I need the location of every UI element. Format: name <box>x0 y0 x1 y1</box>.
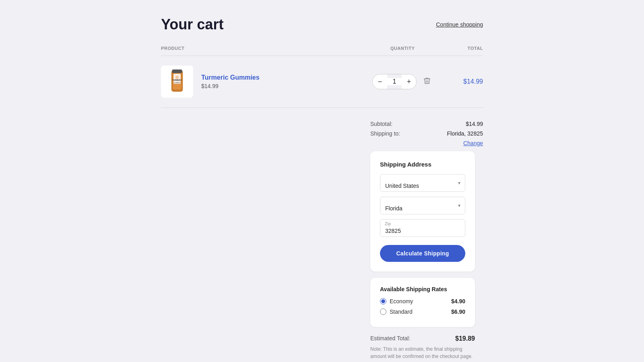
shipping-location: Florida, 32825 <box>447 130 483 137</box>
product-image-svg: TURMERIC GUMMIES <box>166 69 188 95</box>
table-header: PRODUCT QUANTITY TOTAL <box>161 46 483 56</box>
shipping-address-box: Shipping Address Country United States S… <box>370 151 475 272</box>
summary-section: Subtotal: $14.99 Shipping to: Florida, 3… <box>161 121 483 362</box>
shipping-address-title: Shipping Address <box>380 161 465 168</box>
shipping-rates-title: Available Shipping Rates <box>380 286 465 292</box>
country-select-wrapper: United States <box>380 174 465 192</box>
svg-text:TURMERIC: TURMERIC <box>172 79 182 81</box>
rate-economy-radio[interactable] <box>380 298 386 304</box>
shipping-label: Shipping to: <box>370 130 400 137</box>
page-title: Your cart <box>161 16 223 33</box>
estimate-note: Note: This is an estimate, the final shi… <box>370 346 475 360</box>
table-row: TURMERIC GUMMIES Turmeric Gummies $14.99… <box>161 56 483 108</box>
zip-input[interactable] <box>380 219 465 237</box>
shipping-row: Shipping to: Florida, 32825 <box>370 130 483 137</box>
page-wrapper: Your cart Continue shopping PRODUCT QUAN… <box>0 0 644 362</box>
col-header-quantity: QUANTITY <box>362 46 443 51</box>
svg-point-6 <box>175 76 179 79</box>
quantity-input[interactable] <box>387 78 402 85</box>
rate-row-economy: Economy $4.90 <box>380 298 465 304</box>
product-price: $14.99 <box>201 83 260 89</box>
svg-rect-3 <box>172 70 182 73</box>
zip-field: Zip <box>380 219 465 237</box>
cart-container: Your cart Continue shopping PRODUCT QUAN… <box>161 0 483 362</box>
rate-standard-price: $6.90 <box>451 309 465 315</box>
item-product: TURMERIC GUMMIES Turmeric Gummies $14.99 <box>161 66 362 98</box>
col-header-product: PRODUCT <box>161 46 362 51</box>
svg-text:GUMMIES: GUMMIES <box>174 82 181 84</box>
item-total-price: $14.99 <box>443 78 483 85</box>
subtotal-row: Subtotal: $14.99 <box>370 121 483 127</box>
estimated-value: $19.89 <box>455 335 475 342</box>
shipping-rates-box: Available Shipping Rates Economy $4.90 S… <box>370 278 475 327</box>
calculate-shipping-button[interactable]: Calculate Shipping <box>380 245 465 262</box>
state-field: State Florida <box>380 197 465 214</box>
quantity-decrease-button[interactable]: − <box>373 74 387 89</box>
delete-item-button[interactable] <box>421 75 433 88</box>
rate-economy-name: Economy <box>390 298 413 304</box>
estimated-row: Estimated Total: $19.89 <box>370 335 475 342</box>
estimated-label: Estimated Total: <box>370 335 410 342</box>
state-select-wrapper: Florida <box>380 197 465 214</box>
trash-icon <box>423 77 431 85</box>
rate-standard-radio[interactable] <box>380 309 386 315</box>
rate-standard-label: Standard <box>380 309 413 315</box>
state-select[interactable]: Florida <box>380 197 465 214</box>
country-select[interactable]: United States <box>380 174 465 192</box>
estimated-total-section: Estimated Total: $19.89 Note: This is an… <box>370 335 475 362</box>
rate-standard-name: Standard <box>390 309 413 315</box>
rate-economy-label: Economy <box>380 298 413 304</box>
rate-row-standard: Standard $6.90 <box>380 309 465 315</box>
subtotal-label: Subtotal: <box>370 121 392 127</box>
header-row: Your cart Continue shopping <box>161 16 483 33</box>
zip-label: Zip <box>385 222 391 226</box>
quantity-increase-button[interactable]: + <box>402 74 416 89</box>
rate-economy-price: $4.90 <box>451 298 465 304</box>
product-image: TURMERIC GUMMIES <box>161 66 193 98</box>
quantity-control: − + <box>372 74 417 89</box>
subtotal-value: $14.99 <box>466 121 483 127</box>
summary-box: Subtotal: $14.99 Shipping to: Florida, 3… <box>370 121 483 362</box>
col-header-total: TOTAL <box>443 46 483 51</box>
continue-shopping-button[interactable]: Continue shopping <box>436 21 483 28</box>
change-shipping-link[interactable]: Change <box>370 140 483 146</box>
item-quantity: − + <box>362 74 443 89</box>
product-info: Turmeric Gummies $14.99 <box>201 74 260 89</box>
product-name: Turmeric Gummies <box>201 74 260 81</box>
country-field: Country United States <box>380 174 465 192</box>
